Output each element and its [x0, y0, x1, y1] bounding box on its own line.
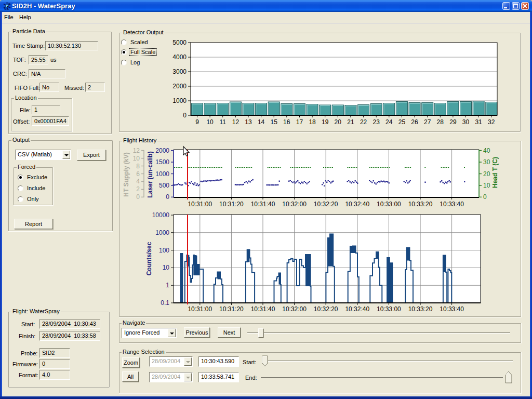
svg-text:4: 4	[136, 178, 140, 185]
svg-text:10:31:40: 10:31:40	[251, 305, 275, 313]
svg-text:9: 9	[195, 118, 199, 126]
svg-text:10:31:00: 10:31:00	[188, 201, 212, 208]
svg-text:10: 10	[483, 182, 490, 189]
svg-text:10: 10	[133, 155, 140, 162]
svg-text:Head T (C): Head T (C)	[491, 157, 499, 188]
svg-text:26: 26	[411, 118, 418, 126]
svg-text:20: 20	[335, 118, 342, 126]
svg-text:28: 28	[437, 118, 444, 126]
svg-text:10:33:00: 10:33:00	[377, 201, 401, 208]
svg-text:18: 18	[309, 118, 316, 126]
svg-text:30: 30	[483, 158, 490, 166]
svg-text:0: 0	[183, 112, 187, 119]
svg-text:100: 100	[159, 247, 169, 254]
svg-text:2000: 2000	[172, 83, 187, 90]
svg-text:2: 2	[136, 185, 140, 193]
svg-text:10:33:20: 10:33:20	[408, 201, 433, 208]
svg-text:27: 27	[424, 118, 431, 126]
svg-text:10000: 10000	[152, 211, 170, 219]
svg-text:5000: 5000	[172, 39, 187, 46]
svg-text:10:31:00: 10:31:00	[188, 305, 212, 313]
svg-text:1000: 1000	[155, 229, 169, 236]
svg-text:0: 0	[136, 193, 140, 201]
svg-text:0: 0	[483, 193, 487, 201]
svg-text:31: 31	[475, 118, 482, 126]
svg-text:17: 17	[296, 118, 303, 126]
svg-text:4000: 4000	[172, 54, 187, 61]
svg-text:40: 40	[483, 147, 490, 154]
svg-text:21: 21	[347, 118, 354, 126]
svg-text:1000: 1000	[155, 170, 169, 178]
svg-text:3000: 3000	[172, 68, 187, 75]
svg-text:10:33:00: 10:33:00	[377, 305, 401, 313]
svg-text:10:32:00: 10:32:00	[282, 201, 307, 208]
svg-text:10:33:40: 10:33:40	[440, 201, 464, 208]
svg-text:10:31:20: 10:31:20	[219, 305, 244, 313]
svg-text:10:32:20: 10:32:20	[314, 305, 338, 313]
svg-text:10: 10	[206, 118, 214, 126]
svg-text:1500: 1500	[155, 158, 169, 166]
svg-text:10:33:40: 10:33:40	[440, 305, 464, 313]
svg-text:32: 32	[488, 118, 495, 126]
svg-text:Counts/sec: Counts/sec	[145, 242, 153, 275]
svg-text:12: 12	[232, 118, 240, 126]
svg-text:16: 16	[283, 118, 290, 126]
svg-text:23: 23	[373, 118, 380, 126]
svg-text:25: 25	[398, 118, 406, 126]
svg-text:2000: 2000	[155, 147, 169, 154]
svg-text:22: 22	[360, 118, 367, 126]
svg-text:10:33:20: 10:33:20	[408, 305, 433, 313]
svg-text:10: 10	[163, 264, 170, 271]
svg-text:1000: 1000	[172, 97, 187, 104]
svg-text:HT Supply (kV): HT Supply (kV)	[123, 152, 130, 196]
svg-text:10:32:40: 10:32:40	[345, 201, 369, 208]
svg-text:1: 1	[166, 282, 169, 289]
svg-text:10:32:20: 10:32:20	[314, 201, 338, 208]
svg-text:20: 20	[483, 170, 490, 178]
svg-text:19: 19	[322, 118, 329, 126]
svg-text:0: 0	[166, 193, 169, 201]
svg-text:29: 29	[449, 118, 457, 126]
svg-text:500: 500	[159, 182, 169, 189]
svg-text:24: 24	[385, 118, 393, 126]
svg-text:11: 11	[219, 118, 226, 126]
svg-text:10:32:00: 10:32:00	[282, 305, 307, 313]
svg-text:30: 30	[462, 118, 470, 126]
svg-text:10:31:20: 10:31:20	[219, 201, 244, 208]
svg-text:8: 8	[136, 163, 140, 170]
svg-text:12: 12	[133, 147, 140, 154]
svg-text:10:32:40: 10:32:40	[345, 305, 369, 313]
svg-text:Laser (un-calib): Laser (un-calib)	[147, 151, 154, 197]
svg-text:0.1: 0.1	[161, 299, 169, 307]
svg-text:14: 14	[258, 118, 265, 126]
svg-text:15: 15	[271, 118, 278, 126]
svg-text:10:31:40: 10:31:40	[251, 201, 275, 208]
svg-text:13: 13	[245, 118, 252, 126]
svg-text:6: 6	[136, 170, 140, 178]
